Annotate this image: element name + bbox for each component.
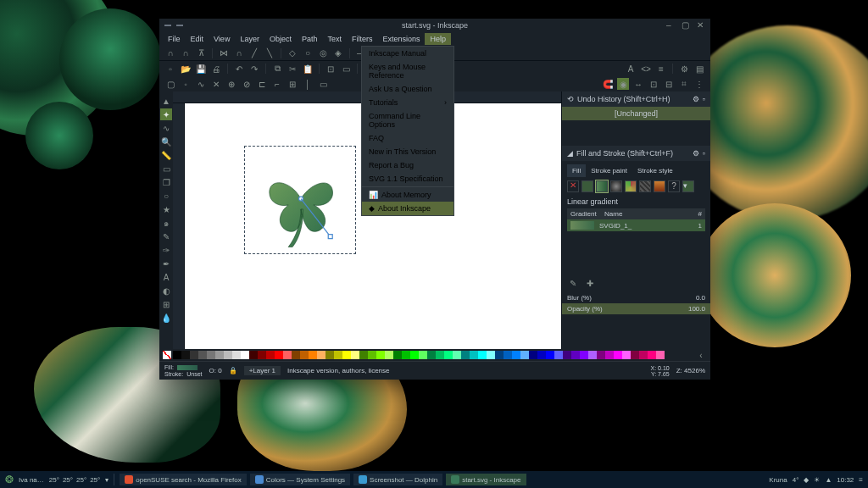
palette-swatch[interactable] (622, 351, 631, 359)
lock-icon[interactable]: 🔒 (229, 367, 237, 374)
taskbar-task[interactable]: Colors — System Settings (250, 474, 350, 485)
palette-menu-icon[interactable]: ‹ (695, 349, 707, 361)
palette-swatch[interactable] (266, 351, 275, 359)
network-icon[interactable]: ▲ (825, 476, 832, 484)
palette-swatch[interactable] (393, 351, 402, 359)
gradient-row[interactable]: SVGID_1_ 1 (567, 219, 705, 231)
minimize-button[interactable]: – (666, 21, 675, 30)
menu-view[interactable]: View (209, 33, 235, 45)
palette-swatch[interactable] (241, 351, 249, 359)
xml-icon[interactable]: <> (640, 63, 652, 75)
align-dist-icon[interactable]: ≡ (655, 63, 667, 75)
palette-swatch[interactable] (385, 351, 393, 359)
palette-swatch[interactable] (563, 351, 571, 359)
doc-props-icon[interactable]: ▤ (693, 63, 705, 75)
cpu-temps[interactable]: 25°25°25°25° (49, 476, 100, 484)
spiral-tool[interactable]: ๑ (160, 217, 172, 229)
node-join-icon[interactable]: ⋈ (218, 47, 230, 59)
palette-swatch[interactable] (334, 351, 342, 359)
palette-swatch[interactable] (283, 351, 292, 359)
zoom-tool[interactable]: 🔍 (160, 136, 172, 147)
prefs-icon[interactable]: ⚙ (678, 63, 690, 75)
palette-swatch[interactable] (190, 351, 198, 359)
palette-swatch[interactable] (529, 351, 537, 359)
palette-swatch[interactable] (461, 351, 470, 359)
snap-page-icon[interactable]: ▭ (317, 78, 329, 90)
palette-swatch[interactable] (300, 351, 309, 359)
palette-swatch[interactable] (436, 351, 444, 359)
palette-swatch[interactable] (292, 351, 300, 359)
palette-swatch[interactable] (275, 351, 283, 359)
layer-selector[interactable]: +Layer 1 (244, 366, 281, 375)
menu-path[interactable]: Path (297, 33, 323, 45)
pin-icon[interactable] (176, 25, 183, 26)
shamrock-path[interactable] (247, 148, 355, 253)
palette-swatch[interactable] (656, 351, 665, 359)
undo-icon[interactable]: ↶ (233, 63, 245, 75)
palette-swatch[interactable] (317, 351, 326, 359)
palette-swatch[interactable] (215, 351, 224, 359)
snap-intersect-icon[interactable]: ✕ (210, 78, 222, 90)
node-delete-icon[interactable]: ∩ (180, 47, 192, 59)
paint-swatch[interactable] (654, 180, 665, 192)
tray-temp[interactable]: 4° (793, 476, 799, 484)
palette-swatch[interactable] (605, 351, 614, 359)
snap-grid-icon[interactable]: ⊞ (287, 78, 298, 90)
palette-swatch[interactable] (232, 351, 241, 359)
panel-options-icon[interactable]: ⚙ (693, 149, 699, 158)
ruler-vertical[interactable] (173, 103, 185, 349)
bezier-tool[interactable]: ✑ (160, 244, 172, 256)
open-icon[interactable]: 📂 (180, 63, 192, 75)
palette-swatch[interactable] (588, 351, 597, 359)
palette-none[interactable] (163, 351, 171, 359)
tab-fill[interactable]: Fill (567, 164, 586, 177)
snap-path-icon[interactable]: ∿ (195, 78, 207, 90)
palette-swatch[interactable] (351, 351, 359, 359)
menu-text[interactable]: Text (322, 33, 347, 45)
node-join-seg-icon[interactable]: ∩ (233, 47, 245, 59)
snap-opt1-icon[interactable]: ↔ (632, 78, 644, 90)
node-break-icon[interactable]: ⊼ (195, 47, 207, 59)
palette-swatch[interactable] (198, 351, 207, 359)
node-break-seg-icon[interactable]: ╲ (264, 47, 275, 59)
text-tool[interactable]: A (160, 271, 172, 283)
palette-swatch[interactable] (639, 351, 648, 359)
zoom-field[interactable]: Z: 4526% (676, 367, 705, 374)
paint-none[interactable] (567, 180, 579, 192)
palette-swatch[interactable] (453, 351, 461, 359)
menu-file[interactable]: File (163, 33, 186, 45)
node-insert-icon[interactable]: ∩ (164, 47, 176, 59)
help-about-inkscape[interactable]: ◆About Inkscape (362, 202, 453, 215)
help-keys[interactable]: Keys and Mouse Reference (362, 60, 453, 82)
palette-swatch[interactable] (597, 351, 605, 359)
ellipse-tool[interactable]: ○ (160, 190, 172, 202)
gradient-edit-icon[interactable]: ✎ (567, 277, 579, 289)
cut-icon[interactable]: ✂ (287, 63, 298, 75)
palette-swatch[interactable] (207, 351, 215, 359)
mesh-tool[interactable]: ⊞ (160, 298, 172, 310)
tab-stroke-style[interactable]: Stroke style (632, 164, 678, 177)
pencil-tool[interactable]: ✎ (160, 230, 172, 242)
menu-filters[interactable]: Filters (347, 33, 378, 45)
panel-options-icon[interactable]: ⚙ (693, 95, 699, 103)
snap-enabled-icon[interactable]: ◉ (617, 78, 629, 90)
palette-swatch[interactable] (580, 351, 588, 359)
panel-close-icon[interactable]: ▫ (703, 95, 705, 103)
palette-swatch[interactable] (181, 351, 190, 359)
maximize-button[interactable]: ▢ (682, 21, 690, 30)
snap-guide-icon[interactable]: │ (302, 78, 314, 90)
snap-opt3-icon[interactable]: ⊟ (663, 78, 675, 90)
node-cusp-icon[interactable]: ◇ (287, 47, 298, 59)
zoom-fit-icon[interactable]: ⊡ (325, 63, 337, 75)
palette-swatch[interactable] (427, 351, 436, 359)
node-smooth-icon[interactable]: ○ (302, 47, 314, 59)
menu-extensions[interactable]: Extensions (377, 33, 425, 45)
node-tool[interactable]: ✦ (160, 108, 172, 120)
snap-opt5-icon[interactable]: ⋮ (693, 78, 705, 90)
palette-swatch[interactable] (571, 351, 580, 359)
help-tutorials[interactable]: Tutorials (362, 96, 453, 109)
show-desktop-icon[interactable]: ≡ (859, 476, 863, 484)
snap-midpoint-icon[interactable]: ⊘ (241, 78, 253, 90)
help-cli[interactable]: Command Line Options (362, 109, 453, 131)
gradient-tool[interactable]: ◐ (160, 285, 172, 297)
